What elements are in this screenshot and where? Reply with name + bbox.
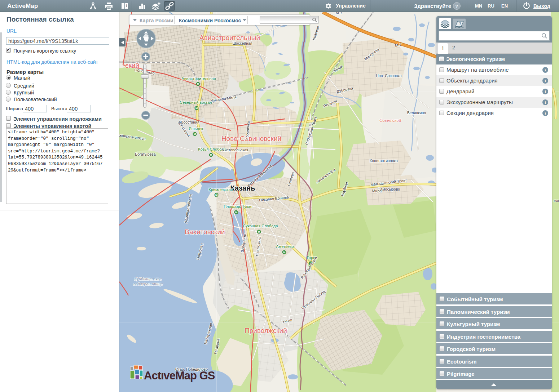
svg-text:Белянкино: Белянкино (407, 111, 426, 115)
svg-text:Аметьево: Аметьево (276, 244, 294, 249)
svg-text:Суконная Слобода: Суконная Слобода (243, 224, 278, 228)
svg-text:?: ? (459, 21, 461, 26)
svg-text:Куйбышевское: Куйбышевское (135, 277, 162, 281)
svg-text:ково: ково (554, 199, 559, 202)
svg-text:Мира: Мира (372, 189, 382, 193)
svg-text:Авиастроительная: Авиастроительная (181, 76, 216, 81)
svg-text:Приволжский: Приволжский (245, 327, 287, 334)
svg-text:Северный вокзал: Северный вокзал (180, 100, 212, 104)
svg-text:Кремлевская: Кремлевская (208, 187, 233, 192)
svg-text:Шоссейная: Шоссейная (233, 41, 252, 45)
svg-text:М: М (283, 251, 285, 254)
svg-text:Советский: Советский (379, 118, 401, 122)
svg-text:Площадь Тукая: Площадь Тукая (224, 204, 252, 209)
svg-text:М: М (197, 83, 199, 86)
svg-text:Авиастроительный: Авиастроительный (199, 34, 260, 41)
svg-text:Восстания: Восстания (181, 120, 199, 124)
svg-text:i: i (126, 3, 127, 7)
svg-text:Богатырева: Богатырева (135, 152, 155, 156)
svg-text:Нов. Сосновка: Нов. Сосновка (376, 74, 402, 78)
svg-text:ActıveMap GS: ActıveMap GS (144, 369, 215, 382)
svg-text:М: М (235, 211, 237, 214)
svg-text:Яшьлек: Яшьлек (189, 126, 203, 131)
svg-text:Константиновка: Константиновка (370, 159, 398, 163)
svg-text:М: М (194, 133, 196, 136)
svg-text:М: М (195, 107, 198, 110)
svg-text:Вахитовский: Вахитовский (185, 228, 225, 236)
svg-text:М: М (210, 153, 212, 157)
svg-text:Ново-Савиновский: Ново-Савиновский (221, 135, 281, 142)
svg-text:М-7: М-7 (336, 12, 342, 15)
svg-text:М: М (258, 230, 260, 233)
svg-text:Чистопольская: Чистопольская (222, 148, 248, 152)
svg-text:водохранилище: водохранилище (133, 282, 163, 286)
